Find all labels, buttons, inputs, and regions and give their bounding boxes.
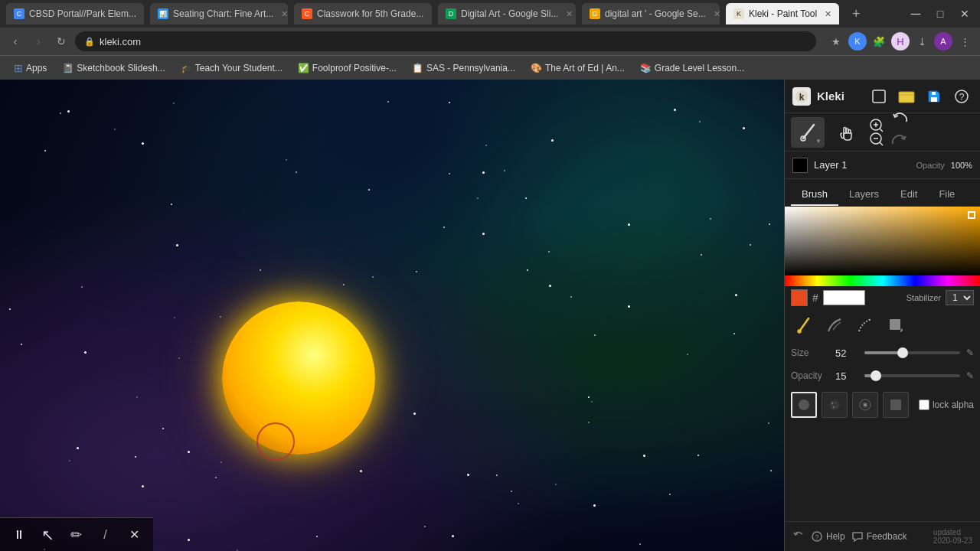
bookmark-foolproof[interactable]: ✅ Foolproof Positive-... [292, 60, 403, 76]
size-slider-track[interactable] [864, 351, 960, 354]
opacity-slider-track[interactable] [864, 374, 960, 377]
tab-close-kleki[interactable]: ✕ [825, 9, 831, 19]
star [67, 110, 70, 112]
stabilizer-label: Stabilizer [906, 293, 941, 302]
tab-digital[interactable]: D Digital Art - Google Sli... ✕ [438, 3, 576, 24]
brush-tool-button[interactable]: ✏ [67, 523, 87, 546]
extensions-icon[interactable]: 🧩 [870, 32, 888, 51]
tab-edit[interactable]: Edit [890, 184, 928, 206]
download-icon[interactable]: ⤓ [913, 32, 931, 51]
star-small [171, 204, 172, 205]
undo-footer-button[interactable] [792, 530, 805, 543]
smudge-tool-btn[interactable] [822, 312, 848, 338]
close-toolbar-button[interactable]: ✕ [124, 523, 144, 546]
pointer-tool-button[interactable]: ↖ [38, 523, 58, 546]
foreground-color-swatch[interactable] [791, 289, 808, 306]
star-small [296, 171, 297, 173]
forward-button[interactable]: › [29, 32, 47, 51]
star [188, 539, 190, 541]
url-bar[interactable]: 🔒 kleki.com [75, 31, 816, 51]
hand-tool-button[interactable] [829, 117, 863, 148]
color-gradient-picker[interactable] [785, 207, 980, 276]
canvas-area[interactable]: ⏸ ↖ ✏ / ✕ [0, 80, 784, 551]
tab-close-classwork[interactable]: ✕ [431, 9, 432, 19]
tab-google[interactable]: G digital art ' - Google Se... ✕ [582, 3, 720, 24]
star-small [548, 251, 550, 253]
zoom-in-button[interactable] [867, 119, 886, 132]
save-button[interactable] [923, 86, 945, 107]
tab-layers[interactable]: Layers [838, 184, 890, 206]
star [628, 305, 630, 308]
bookmark-sketchbook[interactable]: 📓 Sketchbook Slidesh... [56, 60, 171, 76]
tab-kleki[interactable]: K Kleki - Paint Tool ✕ [726, 3, 839, 24]
size-edit-icon[interactable]: ✎ [966, 347, 974, 358]
tab-cbsd[interactable]: C CBSD Portal//Park Elem... ✕ [6, 3, 144, 24]
zoom-out-button[interactable] [867, 133, 886, 145]
color-picker[interactable] [785, 207, 980, 286]
square-brush-button[interactable] [883, 392, 909, 418]
feedback-footer-button[interactable]: Feedback [851, 530, 907, 543]
new-canvas-button[interactable] [868, 86, 890, 107]
sun-planet [222, 302, 375, 455]
solid-brush-button[interactable] [791, 392, 817, 418]
opacity-edit-icon[interactable]: ✎ [966, 370, 974, 381]
redo-button[interactable] [890, 133, 909, 154]
pencil-icon: ✏ [70, 527, 82, 543]
textured-brush-button[interactable] [822, 392, 848, 418]
star-small [511, 491, 512, 492]
tab-label-seating: Seating Chart: Fine Art... [173, 8, 273, 19]
artofed-icon: 🎨 [531, 63, 542, 73]
tab-file[interactable]: File [928, 184, 965, 206]
blur-tool-btn[interactable] [852, 312, 878, 338]
help-footer-button[interactable]: ? Help [811, 530, 845, 543]
hue-slider[interactable] [785, 276, 980, 286]
user-avatar-icon[interactable]: A [934, 32, 952, 51]
opacity-slider-thumb[interactable] [871, 370, 881, 381]
tab-classwork[interactable]: C Classwork for 5th Grade... ✕ [294, 3, 432, 24]
tab-seating[interactable]: 📊 Seating Chart: Fine Art... ✕ [150, 3, 288, 24]
bookmark-artofed[interactable]: 🎨 The Art of Ed | An... [524, 60, 631, 76]
bookmark-gradelevel[interactable]: 📚 Grade Level Lesson... [634, 60, 750, 76]
sketchbook-icon: 📓 [62, 63, 74, 73]
new-tab-button[interactable]: + [845, 3, 867, 24]
star [735, 294, 737, 296]
space-overlay [0, 80, 784, 551]
fill-tool-btn[interactable] [883, 312, 909, 338]
tab-close-digital[interactable]: ✕ [566, 9, 573, 19]
pause-button[interactable]: ⏸ [9, 523, 29, 546]
svg-point-23 [835, 402, 837, 403]
tab-close-seating[interactable]: ✕ [281, 9, 288, 19]
bookmark-sas[interactable]: 📋 SAS - Pennsylvania... [406, 60, 521, 76]
lock-icon: 🔒 [84, 37, 95, 47]
tab-label-kleki: Kleki - Paint Tool [749, 8, 817, 19]
foolproof-icon: ✅ [298, 63, 309, 73]
history-icon[interactable]: H [891, 32, 910, 51]
updated-text: updated [933, 528, 961, 536]
tab-favicon-digital: D [446, 8, 456, 19]
close-window-icon[interactable]: ✕ [956, 5, 974, 23]
color-picker-cursor [968, 211, 975, 219]
pencil-tool-btn[interactable] [791, 312, 817, 338]
refresh-button[interactable]: ↻ [52, 32, 70, 51]
star [188, 451, 190, 453]
bookmark-apps[interactable]: ⊞ Apps [8, 60, 53, 77]
profile-icon[interactable]: K [848, 32, 867, 51]
brush-selector-button[interactable]: ▼ [791, 117, 825, 148]
back-button[interactable]: ‹ [6, 32, 24, 51]
open-file-button[interactable] [896, 86, 917, 107]
menu-icon[interactable]: ⋮ [956, 32, 974, 51]
bookmark-teach[interactable]: 🎓 Teach Your Student... [175, 60, 289, 76]
minimize-icon: ─ [906, 5, 925, 23]
eraser-tool-button[interactable]: / [96, 523, 116, 546]
tab-brush[interactable]: Brush [791, 184, 838, 206]
tab-close-google[interactable]: ✕ [714, 9, 720, 19]
help-header-button[interactable]: ? [951, 86, 972, 107]
stabilizer-select[interactable]: 123 [946, 290, 974, 305]
undo-button[interactable] [890, 111, 909, 132]
bookmark-star-icon[interactable]: ★ [827, 32, 845, 51]
size-slider-thumb[interactable] [897, 347, 908, 358]
hex-color-input[interactable] [823, 290, 865, 305]
lock-alpha-checkbox[interactable] [919, 399, 929, 410]
star [176, 244, 178, 246]
feathered-brush-button[interactable] [852, 392, 878, 418]
